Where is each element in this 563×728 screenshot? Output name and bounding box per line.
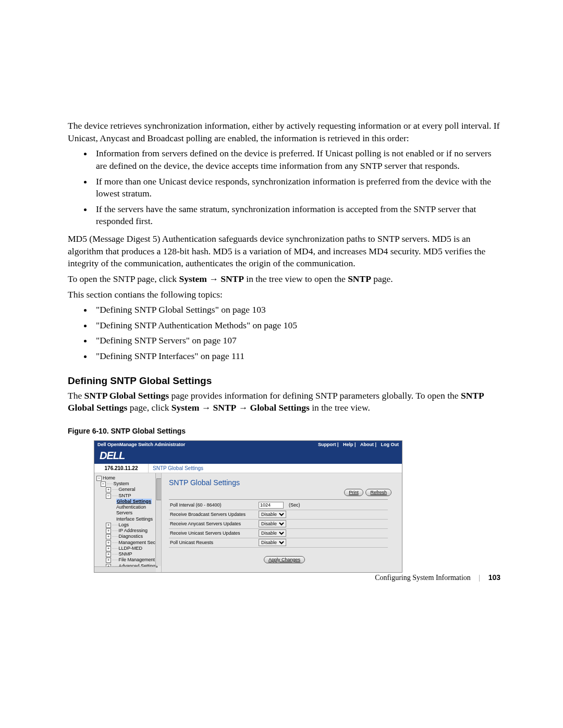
tree-lldp-med[interactable]: LLDP-MED [119, 546, 143, 551]
form-row-unicast: Receive Unicast Servers Updates Disable [169, 529, 388, 538]
tree-ip-addressing[interactable]: IP Addressing [119, 528, 148, 533]
arrow-icon: → [199, 402, 213, 413]
tree-general[interactable]: General [119, 487, 136, 492]
print-button[interactable]: Print [344, 489, 363, 496]
refresh-button[interactable]: Refresh [365, 489, 391, 496]
anycast-select[interactable]: Disable [259, 520, 286, 527]
text-fragment: To open the SNTP page, click [68, 274, 179, 284]
page-number: 103 [488, 573, 500, 582]
list-item: "Defining SNTP Servers" on page 107 [93, 335, 500, 347]
main-panel: SNTP Global Settings Print Refresh Poll … [162, 473, 402, 572]
broadcast-select[interactable]: Disable [259, 511, 286, 518]
tree-diagnostics[interactable]: Diagnostics [119, 534, 143, 539]
tree-authentication[interactable]: Authentication [116, 504, 146, 510]
bold-text: Global Settings [250, 402, 310, 413]
topics-list: "Defining SNTP Global Settings" on page … [68, 304, 500, 363]
expand-icon[interactable]: + [106, 552, 111, 557]
section-heading: Defining SNTP Global Settings [68, 375, 500, 387]
field-label: Poll Unicast Reuests [169, 540, 259, 545]
scrollbar-thumb[interactable] [156, 478, 162, 500]
scrollbar-horizontal[interactable] [94, 566, 156, 572]
tree-servers[interactable]: Servers [116, 510, 132, 515]
apply-changes-button[interactable]: Apply Changes [264, 556, 305, 563]
text-fragment: in the tree view. [310, 402, 370, 413]
field-label: Poll Interval (60 - 86400) [169, 502, 259, 508]
list-item: "Defining SNTP Global Settings" on page … [93, 304, 500, 316]
bold-sntp: SNTP [221, 274, 244, 284]
bold-text: SNTP [213, 402, 237, 413]
expand-icon[interactable]: + [106, 558, 111, 563]
list-item: "Defining SNTP Interfaces" on page 111 [93, 350, 500, 363]
device-ip: 176.210.11.22 [94, 464, 149, 473]
collapse-icon[interactable]: − [101, 482, 106, 487]
tree-home[interactable]: Home [103, 475, 115, 480]
expand-icon[interactable]: + [106, 540, 111, 546]
bold-sntp: SNTP [348, 274, 371, 284]
form-row-poll-unicast: Poll Unicast Reuests Disable [169, 538, 388, 548]
defining-paragraph: The SNTP Global Settings page provides i… [68, 390, 500, 414]
field-label: Receive Unicast Servers Updates [169, 530, 259, 536]
poll-interval-input[interactable] [259, 502, 284, 509]
nav-logout[interactable]: Log Out [381, 442, 399, 447]
text-fragment: page provides information for defining S… [169, 390, 461, 401]
form-row-poll-interval: Poll Interval (60 - 86400) (Sec) [169, 501, 388, 510]
screenshot-sntp-global-settings: Dell OpenManage Switch Administrator Sup… [94, 440, 402, 573]
footer-section: Configuring System Information [375, 574, 471, 582]
expand-icon[interactable]: + [106, 487, 111, 492]
poll-unicast-select[interactable]: Disable [259, 539, 286, 546]
nav-tree[interactable]: −Home −·····System +·····General −·····S… [94, 473, 162, 572]
separator [169, 499, 388, 500]
md5-paragraph: MD5 (Message Digest 5) Authentication sa… [68, 233, 500, 270]
window-titlebar: Dell OpenManage Switch Administrator Sup… [94, 441, 402, 448]
breadcrumb: SNTP Global Settings [149, 464, 402, 473]
window-title: Dell OpenManage Switch Administrator [97, 442, 185, 447]
list-item: If the servers have the same stratum, sy… [93, 203, 500, 228]
bold-text: SNTP Global Settings [84, 390, 169, 401]
text-fragment: The [68, 390, 84, 401]
list-item: Information from servers defined on the … [93, 147, 500, 172]
footer-divider: | [479, 574, 480, 582]
expand-icon[interactable]: + [106, 534, 111, 539]
list-item: "Defining SNTP Authentication Methods" o… [93, 319, 500, 332]
bold-text: System [172, 402, 199, 413]
text-fragment: page, click [127, 402, 172, 413]
list-item: If more than one Unicast device responds… [93, 176, 500, 200]
field-label: Receive Broadcast Servers Updates [169, 512, 259, 517]
bold-system: System [179, 274, 206, 284]
intro-paragraph: The device retrieves synchronization inf… [68, 120, 500, 144]
unit-label: (Sec) [289, 502, 300, 508]
arrow-icon: → [207, 274, 221, 284]
tree-sntp[interactable]: SNTP [119, 493, 131, 498]
dell-logo: DELL [94, 448, 402, 464]
topics-intro: This section contians the following topi… [68, 289, 500, 301]
panel-title: SNTP Global Settings [169, 478, 395, 487]
tree-interface-settings[interactable]: Interface Settings [116, 516, 153, 522]
expand-icon[interactable]: + [106, 528, 111, 534]
expand-icon[interactable]: + [106, 546, 111, 551]
scrollbar-vertical[interactable] [155, 473, 161, 566]
polling-order-list: Information from servers defined on the … [68, 147, 500, 228]
tree-system[interactable]: System [114, 481, 129, 486]
expand-icon[interactable]: + [106, 523, 111, 528]
nav-help[interactable]: Help [343, 442, 353, 447]
collapse-icon[interactable]: − [96, 476, 102, 481]
figure-caption: Figure 6-10. SNTP Global Settings [68, 427, 500, 435]
text-fragment: page. [371, 274, 393, 284]
form-row-broadcast: Receive Broadcast Servers Updates Disabl… [169, 510, 388, 520]
tree-snmp[interactable]: SNMP [119, 551, 132, 557]
page-footer: Configuring System Information | 103 [375, 573, 500, 582]
tree-global-settings[interactable]: Global Settings [116, 499, 152, 504]
collapse-icon[interactable]: − [106, 493, 111, 499]
text-fragment: in the tree view to open the [244, 274, 348, 284]
nav-support[interactable]: Support [318, 442, 336, 447]
nav-about[interactable]: About [360, 442, 374, 447]
unicast-select[interactable]: Disable [259, 529, 286, 537]
arrow-icon: → [236, 402, 250, 413]
field-label: Receive Anycast Servers Updates [169, 521, 259, 526]
open-sntp-paragraph: To open the SNTP page, click System → SN… [68, 273, 500, 286]
tree-file-mgmt[interactable]: File Management [119, 557, 155, 562]
form-row-anycast: Receive Anycast Servers Updates Disable [169, 520, 388, 529]
tree-logs[interactable]: Logs [119, 522, 129, 527]
